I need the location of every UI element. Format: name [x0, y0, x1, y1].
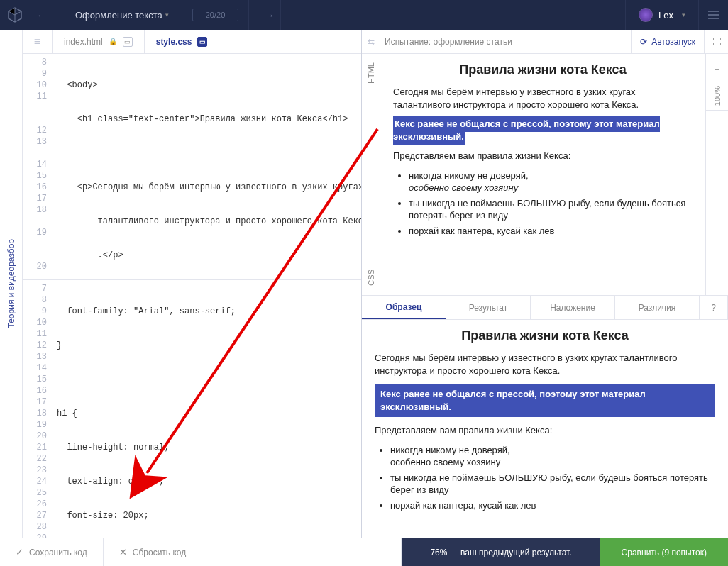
tab-style-css[interactable]: style.css ▭	[145, 30, 220, 53]
editor-html[interactable]: 89101112131415161718192021222324 <body> …	[23, 54, 361, 279]
score-status: 76% — ваш предыдущий результат.	[402, 538, 600, 566]
chevron-down-icon: ▾	[165, 11, 169, 18]
save-label: Сохранить код	[29, 548, 87, 557]
footer-spacer	[202, 538, 402, 566]
user-name: Lex	[658, 10, 673, 21]
preview-body: Правила жизни кота Кекса Сегодня мы берё…	[380, 54, 705, 295]
autorun-label: Автозапуск	[651, 37, 695, 47]
code-area[interactable]: font-family: "Arial", sans-serif; } h1 {…	[53, 280, 361, 538]
list-item: ты никогда не поймаешь БОЛЬШУЮ рыбу, есл…	[390, 472, 715, 496]
zoom-in-button[interactable]: –	[706, 111, 728, 139]
preview-tools: – 100% –	[705, 54, 728, 295]
list-item: никогда никому не доверяй,особенно своем…	[390, 444, 715, 469]
lesson-counter: 20/20	[192, 9, 239, 21]
close-icon: ✕	[119, 547, 127, 557]
lesson-title-text: Оформление текста	[75, 10, 162, 21]
list-item: никогда никому не доверяй,особенно своем…	[409, 170, 693, 194]
code-area[interactable]: <body> <h1 class="text-center">Правила ж…	[53, 54, 361, 279]
theory-sidebar[interactable]: Теория и видеоразбор	[0, 30, 23, 538]
logo-icon[interactable]	[0, 0, 30, 30]
theory-sidebar-label: Теория и видеоразбор	[6, 239, 16, 328]
article-p3: Представляем вам правила жизни Кекса:	[393, 150, 693, 162]
article-highlight: Кекс ранее не общался с прессой, поэтому…	[393, 116, 660, 145]
tab-label: style.css	[156, 37, 192, 47]
tab-layout-icon: ▭	[123, 37, 133, 47]
preview-strip-css[interactable]: CSS	[362, 261, 380, 295]
line-gutter: 7891011121314151617181920212223242526272…	[23, 280, 53, 538]
list-item: порхай как пантера, кусай как лев	[390, 499, 715, 512]
editor-css[interactable]: 7891011121314151617181920212223242526272…	[23, 280, 361, 538]
line-gutter: 89101112131415161718192021222324	[23, 54, 53, 279]
hamburger-menu-button[interactable]	[698, 0, 728, 30]
lesson-title[interactable]: Оформление текста▾	[62, 0, 182, 30]
reset-code-button[interactable]: ✕ Сбросить код	[104, 538, 202, 566]
reset-label: Сбросить код	[133, 548, 186, 557]
preview-header: ⇆ Испытание: оформление статьи ⟳ Автозап…	[362, 30, 728, 54]
tab-help[interactable]: ?	[700, 296, 728, 319]
lock-icon: 🔒	[109, 38, 117, 45]
nav-next-button[interactable]: ―→	[248, 0, 281, 30]
nav-prev-button[interactable]: ←―	[30, 0, 62, 30]
pane-resize-handle[interactable]: ⇆	[362, 37, 380, 47]
tab-result[interactable]: Результат	[446, 296, 531, 319]
editor-tabs: ≡ index.html 🔒 ▭ style.css ▭	[23, 30, 361, 54]
user-menu[interactable]: Lex ▾	[625, 0, 698, 30]
check-icon: ✓	[16, 547, 23, 557]
chevron-down-icon: ▾	[682, 11, 685, 18]
article-highlight: Кекс ранее не общался с прессой, поэтому…	[375, 384, 715, 417]
fullscreen-button[interactable]: ⛶	[704, 30, 728, 54]
article-title: Правила жизни кота Кекса	[393, 62, 693, 77]
tab-layout-icon: ▭	[197, 37, 207, 47]
preview-pane: ⇆ Испытание: оформление статьи ⟳ Автозап…	[362, 30, 728, 538]
tab-diff[interactable]: Различия	[615, 296, 700, 319]
article-list: никогда никому не доверяй,особенно своем…	[409, 170, 693, 238]
tab-index-html[interactable]: index.html 🔒 ▭	[53, 30, 145, 53]
result-tabs: Образец Результат Наложение Различия ?	[362, 296, 728, 320]
gutter-toggle-icon[interactable]: ≡	[23, 30, 53, 53]
zoom-out-button[interactable]: –	[706, 54, 728, 82]
autorun-toggle[interactable]: ⟳ Автозапуск	[631, 30, 704, 54]
save-code-button[interactable]: ✓ Сохранить код	[0, 538, 104, 566]
article-p3: Представляем вам правила жизни Кекса:	[375, 424, 715, 437]
live-preview: HTML Правила жизни кота Кекса Сегодня мы…	[362, 54, 728, 295]
list-item: порхай как пантера, кусай как лев	[409, 225, 693, 238]
avatar-icon	[639, 8, 653, 22]
compare-button[interactable]: Сравнить (9 попыток)	[600, 538, 728, 566]
sample-body: Правила жизни кота Кекса Сегодня мы берё…	[362, 320, 728, 523]
list-item: ты никогда не поймаешь БОЛЬШУЮ рыбу, есл…	[409, 197, 693, 222]
app-header: ←― Оформление текста▾ 20/20 ―→ Lex ▾	[0, 0, 728, 30]
tab-overlay[interactable]: Наложение	[531, 296, 615, 319]
tab-label: index.html	[64, 37, 103, 47]
preview-strip-html[interactable]: HTML	[362, 54, 380, 295]
main-area: Теория и видеоразбор ≡ index.html 🔒 ▭ st…	[0, 30, 728, 538]
article-p1: Сегодня мы берём интервью у известного в…	[393, 86, 693, 111]
footer-bar: ✓ Сохранить код ✕ Сбросить код 76% — ваш…	[0, 538, 728, 566]
result-section: Образец Результат Наложение Различия ? П…	[362, 295, 728, 538]
refresh-icon: ⟳	[640, 37, 647, 47]
article-p1: Сегодня мы берём интервью у известного в…	[375, 352, 715, 377]
article-title: Правила жизни кота Кекса	[375, 328, 715, 343]
preview-title: Испытание: оформление статьи	[380, 37, 631, 47]
tab-sample[interactable]: Образец	[362, 296, 446, 319]
article-list: никогда никому не доверяй,особенно своем…	[390, 444, 715, 512]
zoom-level: 100%	[706, 82, 728, 111]
editor-pane: ≡ index.html 🔒 ▭ style.css ▭ 89101112131…	[23, 30, 362, 538]
